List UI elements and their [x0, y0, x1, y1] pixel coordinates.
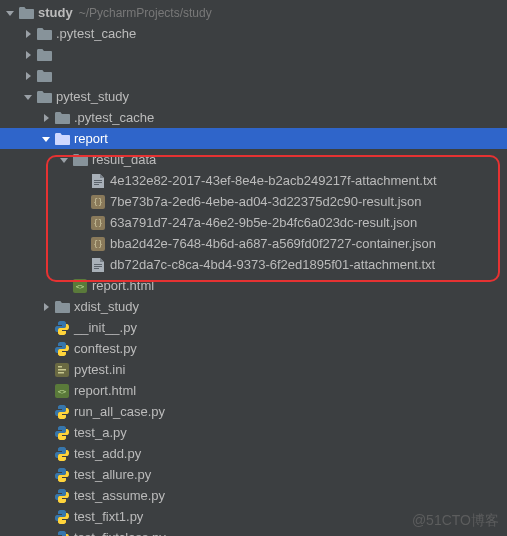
tree-row[interactable]: pytest.ini — [0, 359, 507, 380]
tree-label: report.html — [92, 278, 154, 293]
py-icon — [54, 425, 70, 441]
arrow-spacer — [40, 448, 52, 460]
tree-row[interactable]: .pytest_cache — [0, 23, 507, 44]
tree-row[interactable]: {}7be73b7a-2ed6-4ebe-ad04-3d22375d2c90-r… — [0, 191, 507, 212]
chevron-right-icon[interactable] — [22, 28, 34, 40]
tree-row[interactable]: test_a.py — [0, 422, 507, 443]
json-icon: {} — [90, 236, 106, 252]
tree-label: test_a.py — [74, 425, 127, 440]
folder-icon — [36, 26, 52, 42]
chevron-down-icon[interactable] — [4, 7, 16, 19]
tree-row[interactable]: result_data — [0, 149, 507, 170]
tree-row[interactable]: test_add.py — [0, 443, 507, 464]
tree-row[interactable]: test_allure.py — [0, 464, 507, 485]
tree-label: report — [74, 131, 108, 146]
tree-row[interactable]: pytest_study — [0, 86, 507, 107]
tree-label: test_fixtclass.py — [74, 530, 166, 536]
py-icon — [54, 446, 70, 462]
arrow-spacer — [40, 406, 52, 418]
tree-label: run_all_case.py — [74, 404, 165, 419]
py-icon — [54, 509, 70, 525]
tree-label: __init__.py — [74, 320, 137, 335]
tree-row[interactable]: test_assume.py — [0, 485, 507, 506]
tree-label: test_add.py — [74, 446, 141, 461]
tree-row[interactable]: db72da7c-c8ca-4bd4-9373-6f2ed1895f01-att… — [0, 254, 507, 275]
svg-marker-3 — [26, 72, 31, 80]
py-icon — [54, 530, 70, 537]
tree-row[interactable] — [0, 44, 507, 65]
tree-label: conftest.py — [74, 341, 137, 356]
svg-marker-2 — [26, 51, 31, 59]
arrow-spacer — [76, 259, 88, 271]
tree-row[interactable] — [0, 65, 507, 86]
folder-icon — [54, 131, 70, 147]
chevron-down-icon[interactable] — [40, 133, 52, 145]
py-icon — [54, 467, 70, 483]
tree-row[interactable]: run_all_case.py — [0, 401, 507, 422]
chevron-right-icon[interactable] — [40, 112, 52, 124]
arrow-spacer — [40, 427, 52, 439]
tree-row[interactable]: xdist_study — [0, 296, 507, 317]
tree-row[interactable]: 4e132e82-2017-43ef-8e4e-b2acb249217f-att… — [0, 170, 507, 191]
chevron-right-icon[interactable] — [22, 49, 34, 61]
tree-row[interactable]: .pytest_cache — [0, 107, 507, 128]
watermark: @51CTO博客 — [412, 512, 499, 530]
svg-rect-26 — [58, 372, 64, 374]
svg-marker-4 — [24, 95, 32, 100]
txt-icon — [90, 257, 106, 273]
tree-label: study — [38, 5, 73, 20]
arrow-spacer — [40, 322, 52, 334]
tree-label: db72da7c-c8ca-4bd4-9373-6f2ed1895f01-att… — [110, 257, 435, 272]
arrow-spacer — [76, 217, 88, 229]
tree-row[interactable]: study~/PycharmProjects/study — [0, 2, 507, 23]
folder-root-icon — [18, 5, 34, 21]
folder-icon — [54, 299, 70, 315]
tree-label: test_allure.py — [74, 467, 151, 482]
tree-row[interactable]: {}63a791d7-247a-46e2-9b5e-2b4fc6a023dc-r… — [0, 212, 507, 233]
tree-row[interactable]: report — [0, 128, 507, 149]
tree-row[interactable]: __init__.py — [0, 317, 507, 338]
svg-marker-1 — [26, 30, 31, 38]
arrow-spacer — [40, 490, 52, 502]
tree-row[interactable]: conftest.py — [0, 338, 507, 359]
html-icon: <> — [54, 383, 70, 399]
folder-icon — [72, 152, 88, 168]
svg-text:{}: {} — [93, 240, 103, 249]
svg-rect-24 — [58, 366, 62, 368]
tree-label: 4e132e82-2017-43ef-8e4e-b2acb249217f-att… — [110, 173, 437, 188]
svg-text:<>: <> — [58, 388, 66, 396]
svg-rect-19 — [94, 268, 99, 269]
tree-row[interactable]: <>report.html — [0, 275, 507, 296]
chevron-down-icon[interactable] — [22, 91, 34, 103]
arrow-spacer — [40, 364, 52, 376]
project-tree[interactable]: study~/PycharmProjects/study.pytest_cach… — [0, 0, 507, 536]
tree-label: bba2d42e-7648-4b6d-a687-a569fd0f2727-con… — [110, 236, 436, 251]
arrow-spacer — [58, 280, 70, 292]
svg-text:{}: {} — [93, 219, 103, 228]
chevron-right-icon[interactable] — [40, 301, 52, 313]
folder-icon — [36, 89, 52, 105]
folder-icon — [36, 47, 52, 63]
svg-marker-5 — [44, 114, 49, 122]
json-icon: {} — [90, 215, 106, 231]
html-icon: <> — [72, 278, 88, 294]
tree-row[interactable]: <>report.html — [0, 380, 507, 401]
chevron-right-icon[interactable] — [22, 70, 34, 82]
svg-rect-8 — [94, 180, 102, 181]
svg-rect-10 — [94, 184, 99, 185]
svg-text:{}: {} — [93, 198, 103, 207]
arrow-spacer — [40, 511, 52, 523]
arrow-spacer — [76, 175, 88, 187]
svg-rect-18 — [94, 266, 102, 267]
folder-icon — [36, 68, 52, 84]
tree-row[interactable]: {}bba2d42e-7648-4b6d-a687-a569fd0f2727-c… — [0, 233, 507, 254]
tree-label: 7be73b7a-2ed6-4ebe-ad04-3d22375d2c90-res… — [110, 194, 422, 209]
chevron-down-icon[interactable] — [58, 154, 70, 166]
py-icon — [54, 320, 70, 336]
tree-label: .pytest_cache — [56, 26, 136, 41]
arrow-spacer — [40, 469, 52, 481]
tree-label: pytest.ini — [74, 362, 125, 377]
svg-rect-17 — [94, 264, 102, 265]
tree-label: test_assume.py — [74, 488, 165, 503]
svg-marker-22 — [44, 303, 49, 311]
